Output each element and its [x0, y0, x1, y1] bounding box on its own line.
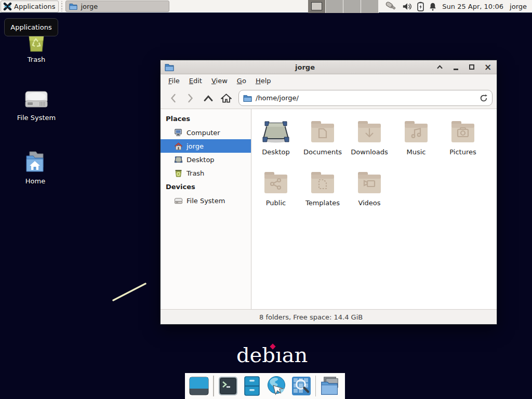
file-item-public[interactable]: Public [252, 167, 299, 218]
minimize-button[interactable] [452, 63, 459, 71]
file-item-label: Templates [305, 199, 340, 207]
panel-user-label[interactable]: jorge [510, 3, 527, 10]
workspace-switcher[interactable] [308, 0, 379, 13]
show-desktop-button[interactable] [189, 375, 209, 397]
file-item-label: Pictures [449, 148, 476, 156]
sidebar-item-file-system[interactable]: File System [161, 194, 251, 207]
taskbar-window-label: jorge [81, 3, 98, 10]
file-item-music[interactable]: Music [393, 116, 440, 167]
file-item-desktop[interactable]: Desktop [252, 116, 299, 167]
file-manager-window: jorge × File Edit View Go Help [160, 60, 497, 325]
desktop-mini-icon [174, 155, 183, 164]
sidebar-item-computer[interactable]: Computer [161, 126, 251, 139]
sidebar-item-label: Desktop [187, 156, 215, 164]
debian-logo-i: ı [275, 343, 282, 367]
applications-tooltip: Applications [4, 18, 58, 36]
path-input[interactable]: /home/jorge/ [256, 94, 476, 102]
menubar: File Edit View Go Help [161, 74, 497, 87]
sidebar-item-label: jorge [187, 142, 204, 150]
folder-icon [69, 3, 77, 10]
file-item-label: Public [266, 199, 286, 207]
toolbar: /home/jorge/ [161, 87, 497, 109]
file-view: Desktop Documents [251, 109, 497, 309]
folder-videos-icon [356, 168, 382, 197]
statusbar-text: 8 folders, Free space: 14.4 GiB [259, 313, 363, 321]
close-button[interactable]: × [484, 63, 491, 71]
workspace-4[interactable] [361, 0, 379, 13]
maximize-button[interactable] [468, 63, 475, 71]
application-finder-launcher[interactable] [291, 375, 312, 397]
file-item-templates[interactable]: Templates [299, 167, 346, 218]
globe-icon [265, 375, 287, 397]
folder-documents-icon [310, 117, 336, 147]
file-item-pictures[interactable]: Pictures [440, 116, 486, 167]
stray-line-artifact [109, 281, 151, 305]
sidebar-item-label: File System [187, 197, 225, 205]
path-bar[interactable]: /home/jorge/ [238, 90, 493, 106]
menu-file[interactable]: File [164, 75, 184, 86]
app-finder-icon [291, 376, 312, 396]
sidebar-item-jorge[interactable]: jorge [161, 139, 251, 153]
sidebar-header-devices: Devices [161, 180, 251, 194]
folder-pictures-icon [450, 117, 476, 147]
menu-view[interactable]: View [207, 75, 232, 86]
folder-music-icon [403, 117, 429, 147]
folder-public-icon [263, 168, 289, 197]
drive-mini-icon [174, 197, 183, 205]
notification-bell-icon[interactable] [429, 2, 437, 11]
file-cabinet-icon [242, 376, 262, 396]
menu-help[interactable]: Help [251, 75, 276, 86]
reload-icon[interactable] [480, 94, 488, 102]
folder-downloads-icon [356, 117, 382, 147]
debian-logo: debıan [236, 343, 308, 367]
hard-drive-icon [23, 87, 49, 111]
desktop-icon-home[interactable]: Home [10, 150, 60, 185]
battery-icon[interactable] [417, 2, 424, 11]
window-folder-icon [165, 63, 174, 71]
applications-menu-label: Applications [14, 3, 55, 10]
file-item-label: Downloads [351, 148, 388, 156]
forward-button[interactable] [182, 90, 199, 106]
file-item-label: Desktop [262, 148, 290, 156]
titlebar[interactable]: jorge × [161, 60, 497, 74]
sidebar: Places Computer [161, 109, 251, 309]
workspace-3[interactable] [343, 0, 361, 13]
panel-clock[interactable]: Sun 25 Apr, 10:06 [442, 3, 503, 10]
menu-edit[interactable]: Edit [184, 75, 207, 86]
window-title: jorge [174, 63, 436, 71]
file-manager-launcher[interactable] [242, 375, 262, 397]
shade-button[interactable] [436, 63, 443, 71]
terminal-launcher[interactable] [218, 375, 238, 397]
show-desktop-icon [189, 376, 209, 396]
desktop-icon-file-system[interactable]: File System [11, 87, 61, 122]
desktop-icon-label: File System [17, 114, 56, 122]
file-item-label: Music [407, 148, 426, 156]
home-button[interactable] [218, 90, 234, 106]
sidebar-header-places: Places [161, 112, 251, 126]
taskbar-window-button[interactable]: jorge [65, 1, 169, 12]
panel-handle[interactable] [60, 1, 63, 11]
workspace-window-preview [311, 2, 322, 10]
dock-panel [185, 373, 345, 399]
debian-logo-text-end: an [282, 343, 308, 367]
sidebar-item-label: Computer [187, 129, 220, 137]
applications-menu-button[interactable]: Applications [1, 1, 59, 12]
statusbar: 8 folders, Free space: 14.4 GiB [161, 309, 497, 324]
file-item-documents[interactable]: Documents [299, 116, 346, 167]
stylus-tool-icon[interactable] [385, 1, 397, 11]
sidebar-item-label: Trash [187, 169, 204, 177]
menu-go[interactable]: Go [232, 75, 251, 86]
workspace-1[interactable] [308, 0, 326, 13]
sidebar-item-trash[interactable]: Trash [161, 166, 251, 180]
folder-launcher[interactable] [320, 375, 341, 397]
file-item-downloads[interactable]: Downloads [346, 116, 393, 167]
up-button[interactable] [200, 90, 217, 106]
sidebar-item-desktop[interactable]: Desktop [161, 153, 251, 166]
web-browser-launcher[interactable] [265, 375, 287, 397]
file-item-videos[interactable]: Videos [346, 167, 393, 218]
xfce-logo-icon [3, 2, 12, 11]
workspace-2[interactable] [326, 0, 343, 13]
volume-icon[interactable] [402, 2, 413, 11]
file-item-label: Documents [303, 148, 342, 156]
back-button[interactable] [165, 90, 181, 106]
